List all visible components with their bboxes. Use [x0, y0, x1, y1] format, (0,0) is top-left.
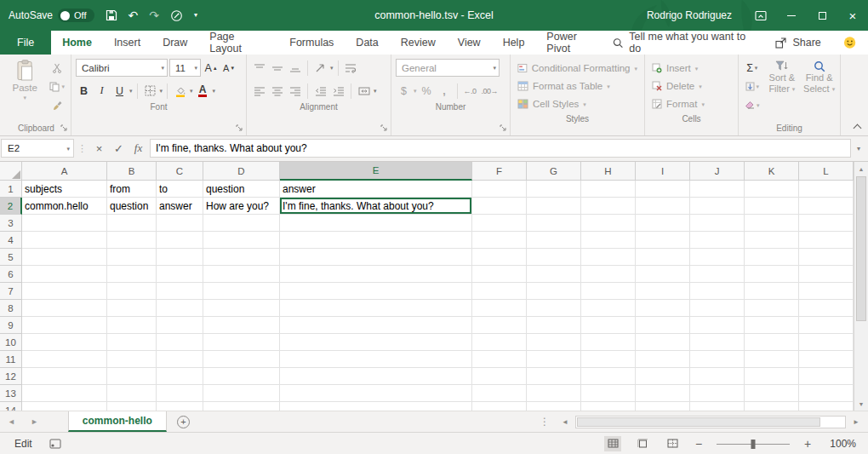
cell-B1[interactable]: from [107, 181, 157, 198]
row-header-8[interactable]: 8 [0, 300, 22, 317]
cancel-entry-icon[interactable]: × [90, 140, 108, 158]
column-header-A[interactable]: A [22, 162, 107, 181]
new-sheet-button[interactable]: + [177, 411, 190, 432]
cell-E9[interactable] [280, 317, 472, 334]
cell-B2[interactable]: question [107, 198, 157, 215]
cell-H7[interactable] [581, 283, 636, 300]
maximize-button[interactable] [807, 0, 837, 31]
number-format-select[interactable]: General▾ [396, 59, 500, 77]
horizontal-scroll-thumb[interactable] [577, 417, 820, 427]
tab-draw[interactable]: Draw [151, 31, 198, 55]
cell-E4[interactable] [280, 232, 472, 249]
cell-I3[interactable] [636, 215, 690, 232]
cell-A6[interactable] [22, 266, 107, 283]
cell-F13[interactable] [472, 385, 527, 402]
currency-format-icon[interactable]: $ [396, 82, 412, 100]
cell-E6[interactable] [280, 266, 472, 283]
cell-I6[interactable] [636, 266, 690, 283]
cell-I7[interactable] [636, 283, 690, 300]
cell-J1[interactable] [690, 181, 745, 198]
comma-format-icon[interactable]: , [437, 82, 453, 100]
merge-center-icon[interactable] [356, 82, 372, 100]
undo-icon[interactable]: ↶ [128, 9, 139, 21]
clipboard-dialog-launcher-icon[interactable] [60, 124, 68, 132]
cell-J11[interactable] [690, 351, 745, 368]
scroll-right-icon[interactable]: ► [849, 415, 863, 428]
sort-filter-button[interactable]: Sort & Filter▾ [766, 57, 799, 122]
autosave-toggle[interactable]: AutoSave Off [9, 9, 94, 22]
conditional-formatting-button[interactable]: Conditional Formatting▾ [515, 60, 640, 77]
font-color-icon[interactable]: A [195, 82, 211, 100]
cell-A10[interactable] [22, 334, 107, 351]
decrease-decimal-icon[interactable]: .00→ [480, 82, 500, 100]
cell-K1[interactable] [745, 181, 799, 198]
cell-G6[interactable] [527, 266, 581, 283]
copy-icon[interactable]: ▾ [48, 78, 66, 95]
cell-J5[interactable] [690, 249, 745, 266]
cell-K5[interactable] [745, 249, 799, 266]
row-header-6[interactable]: 6 [0, 266, 22, 283]
formula-bar-splitter[interactable]: ⋮ [74, 143, 90, 154]
align-center-icon[interactable] [269, 82, 285, 100]
number-dialog-launcher-icon[interactable] [500, 124, 507, 132]
cell-A7[interactable] [22, 283, 107, 300]
row-header-7[interactable]: 7 [0, 283, 22, 300]
tab-scroll-splitter[interactable]: ⋮ [534, 416, 555, 428]
cell-K3[interactable] [745, 215, 799, 232]
tab-home[interactable]: Home [51, 31, 103, 55]
tab-data[interactable]: Data [345, 31, 389, 55]
normal-view-icon[interactable] [604, 436, 621, 451]
cell-E12[interactable] [280, 368, 472, 385]
cell-C12[interactable] [157, 368, 203, 385]
cell-B11[interactable] [107, 351, 157, 368]
align-right-icon[interactable] [287, 82, 303, 100]
cell-J14[interactable] [690, 402, 745, 411]
column-header-G[interactable]: G [527, 162, 581, 181]
cell-A1[interactable]: subjects [22, 181, 107, 198]
cell-F6[interactable] [472, 266, 527, 283]
cell-E13[interactable] [280, 385, 472, 402]
cell-K6[interactable] [745, 266, 799, 283]
cell-C6[interactable] [157, 266, 203, 283]
cell-G13[interactable] [527, 385, 581, 402]
cell-I13[interactable] [636, 385, 690, 402]
cell-J6[interactable] [690, 266, 745, 283]
column-header-H[interactable]: H [581, 162, 636, 181]
cell-F4[interactable] [472, 232, 527, 249]
cell-K10[interactable] [745, 334, 799, 351]
cell-A12[interactable] [22, 368, 107, 385]
increase-decimal-icon[interactable]: ←.0 [462, 82, 478, 100]
cell-E5[interactable] [280, 249, 472, 266]
cell-F11[interactable] [472, 351, 527, 368]
horizontal-scrollbar[interactable] [575, 416, 846, 428]
zoom-out-icon[interactable]: − [694, 437, 704, 451]
cell-J10[interactable] [690, 334, 745, 351]
cell-J3[interactable] [690, 215, 745, 232]
cell-C10[interactable] [157, 334, 203, 351]
bold-button[interactable]: B [76, 82, 92, 100]
cell-J7[interactable] [690, 283, 745, 300]
cell-D9[interactable] [203, 317, 280, 334]
row-header-13[interactable]: 13 [0, 385, 22, 402]
cell-A4[interactable] [22, 232, 107, 249]
cell-B8[interactable] [107, 300, 157, 317]
cell-D3[interactable] [203, 215, 280, 232]
cell-C9[interactable] [157, 317, 203, 334]
wrap-text-icon[interactable] [343, 59, 359, 77]
cell-G2[interactable] [527, 198, 581, 215]
cell-styles-button[interactable]: Cell Styles▾ [515, 95, 640, 112]
cell-D5[interactable] [203, 249, 280, 266]
cell-L13[interactable] [799, 385, 854, 402]
cell-L12[interactable] [799, 368, 854, 385]
zoom-slider[interactable] [717, 438, 790, 450]
cell-I2[interactable] [636, 198, 690, 215]
tab-formulas[interactable]: Formulas [278, 31, 345, 55]
cell-B14[interactable] [107, 402, 157, 411]
tell-me-box[interactable]: Tell me what you want to do [613, 31, 754, 55]
cell-C3[interactable] [157, 215, 203, 232]
tab-power-pivot[interactable]: Power Pivot [535, 31, 613, 55]
row-header-11[interactable]: 11 [0, 351, 22, 368]
page-break-preview-icon[interactable] [664, 436, 681, 451]
column-header-J[interactable]: J [690, 162, 745, 181]
cell-E10[interactable] [280, 334, 472, 351]
